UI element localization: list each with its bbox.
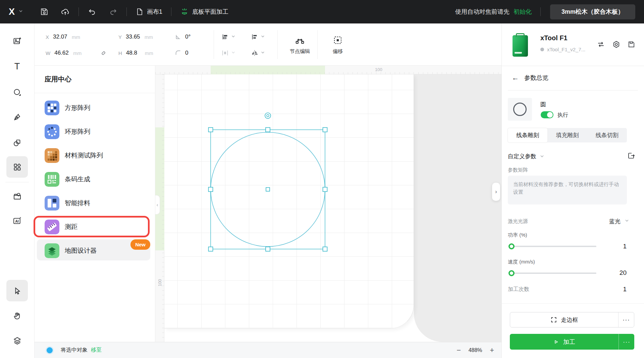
expand-right-panel-button[interactable]: › — [492, 183, 500, 201]
save-config-button[interactable] — [628, 40, 635, 50]
material-box-icon — [13, 191, 22, 200]
lock-aspect-ratio-button[interactable] — [100, 48, 107, 58]
frame-more-button[interactable]: ··· — [619, 312, 634, 327]
custom-params-dropdown[interactable]: 自定义参数 — [508, 151, 544, 162]
flip-dropdown[interactable] — [251, 48, 265, 58]
y-value[interactable]: 33.65 — [126, 34, 145, 40]
app-logo[interactable]: X — [9, 7, 15, 17]
app-center-button[interactable] — [6, 156, 28, 178]
x-position-field[interactable]: X 32.07 mm — [46, 32, 80, 42]
canvas-tab[interactable]: 画布1 — [136, 8, 162, 16]
align-left-dropdown[interactable] — [251, 32, 265, 42]
map-designer-icon — [45, 243, 59, 258]
process-more-button[interactable]: ··· — [619, 334, 634, 350]
app-item-label: 方形阵列 — [65, 104, 90, 112]
device-connection[interactable]: xTool_F1_v2_7... — [540, 47, 585, 52]
undo-button[interactable] — [88, 7, 96, 16]
app-item-smart-nesting[interactable]: 智能排料 — [35, 191, 155, 215]
y-position-field[interactable]: Y 33.65 mm — [118, 32, 153, 42]
tab-line-cut[interactable]: 线条切割 — [587, 128, 627, 142]
passes-value[interactable]: 1 — [623, 286, 627, 293]
move-to-link[interactable]: 移至 — [91, 347, 102, 354]
cursor-arrow-icon — [13, 286, 22, 295]
process-button[interactable]: 加工 — [510, 334, 619, 350]
redo-button[interactable] — [109, 7, 118, 16]
app-item-barcode-generator[interactable]: 条码生成 — [35, 167, 155, 191]
corner-radius-value[interactable]: 0 — [185, 50, 197, 56]
app-item-label: 地图设计器 — [65, 246, 97, 255]
height-field[interactable]: H 48.8 mm — [118, 48, 153, 58]
execute-toggle[interactable] — [541, 111, 553, 118]
corner-radius-field[interactable]: 0 — [174, 48, 197, 58]
combine-shapes-icon — [13, 138, 22, 147]
app-item-map-designer[interactable]: 地图设计器 New — [35, 239, 155, 262]
shape-tool-button[interactable] — [6, 81, 28, 103]
frame-outline-button[interactable]: 走边框 — [510, 312, 618, 327]
slider-track[interactable] — [508, 246, 596, 247]
canvas-sheet[interactable] — [164, 74, 414, 329]
ruler-label-100: 100 — [157, 279, 162, 287]
material-button[interactable]: 3mm松木（胶合木板） — [550, 4, 635, 19]
offset-button[interactable]: 偏移 — [322, 29, 353, 60]
chain-link-icon — [100, 50, 107, 56]
slider-knob[interactable] — [508, 270, 515, 276]
canvas-viewport[interactable]: 100 100 ‹ › — [155, 66, 501, 342]
zoom-out-button[interactable]: − — [457, 347, 461, 354]
tab-line-engrave[interactable]: 线条雕刻 — [508, 128, 547, 142]
distribute-dropdown[interactable] — [221, 48, 235, 58]
back-button[interactable]: ← — [512, 74, 519, 82]
boolean-shapes-button[interactable] — [6, 132, 28, 153]
app-item-label: 条码生成 — [65, 175, 90, 184]
left-toolbar-rail: T AI — [0, 23, 35, 358]
align-canvas-dropdown[interactable] — [221, 32, 235, 42]
initialize-link[interactable]: 初始化 — [514, 8, 532, 16]
collapse-left-panel-button[interactable]: ‹ — [155, 195, 160, 215]
shape-circle-icon — [13, 88, 22, 97]
text-tool-button[interactable]: T — [6, 56, 28, 77]
app-item-distance-measure[interactable]: 测距 — [35, 215, 155, 239]
barcode-generator-icon — [45, 172, 59, 187]
y-label: Y — [118, 34, 122, 40]
w-unit: mm — [73, 50, 82, 56]
rotation-value[interactable]: 0° — [185, 34, 197, 40]
select-tool-button[interactable] — [6, 280, 28, 301]
status-dot — [47, 347, 53, 353]
chevron-down-icon[interactable] — [18, 9, 23, 15]
w-value[interactable]: 46.62 — [54, 50, 73, 56]
speed-slider[interactable] — [508, 270, 596, 276]
slider-knob[interactable] — [508, 243, 515, 249]
app-item-material-test-array[interactable]: 材料测试阵列 — [35, 143, 155, 167]
divider — [317, 30, 318, 59]
rotation-field[interactable]: 0° — [174, 32, 197, 42]
material-library-button[interactable] — [6, 185, 28, 206]
process-mode-tab[interactable]: 底板平面加工 — [180, 7, 228, 16]
device-settings-button[interactable] — [612, 40, 621, 50]
insert-image-button[interactable] — [6, 30, 28, 52]
x-value[interactable]: 32.07 — [53, 34, 72, 40]
laser-source-value: 蓝光 — [609, 218, 621, 225]
zoom-in-button[interactable]: + — [490, 347, 494, 354]
laser-source-select[interactable]: 蓝光 — [609, 218, 629, 225]
node-edit-button[interactable]: 节点编辑 — [284, 29, 315, 60]
frame-corners-icon — [550, 316, 557, 323]
custom-params-label: 自定义参数 — [508, 153, 536, 160]
layers-button[interactable] — [6, 330, 28, 351]
app-item-square-array[interactable]: 方形阵列 — [35, 96, 155, 120]
zoom-level[interactable]: 488% — [466, 347, 484, 353]
object-thumbnail[interactable] — [508, 98, 532, 121]
chevron-down-icon — [261, 50, 265, 56]
width-field[interactable]: W 46.62 mm — [46, 48, 82, 58]
switch-device-button[interactable] — [597, 40, 605, 50]
upload-button[interactable] — [61, 7, 70, 16]
ai-tools-button[interactable]: AI — [6, 210, 28, 232]
pen-tool-button[interactable] — [6, 106, 28, 128]
param-matrix-label: 参数矩阵 — [508, 167, 528, 173]
save-button[interactable] — [40, 7, 49, 16]
h-value[interactable]: 48.8 — [126, 50, 145, 56]
power-slider[interactable] — [508, 243, 596, 249]
app-item-circular-array[interactable]: 环形阵列 — [35, 120, 155, 143]
slider-track[interactable] — [508, 273, 596, 274]
tab-fill-engrave[interactable]: 填充雕刻 — [547, 128, 587, 142]
pan-tool-button[interactable] — [6, 305, 28, 326]
export-params-button[interactable] — [627, 152, 635, 161]
